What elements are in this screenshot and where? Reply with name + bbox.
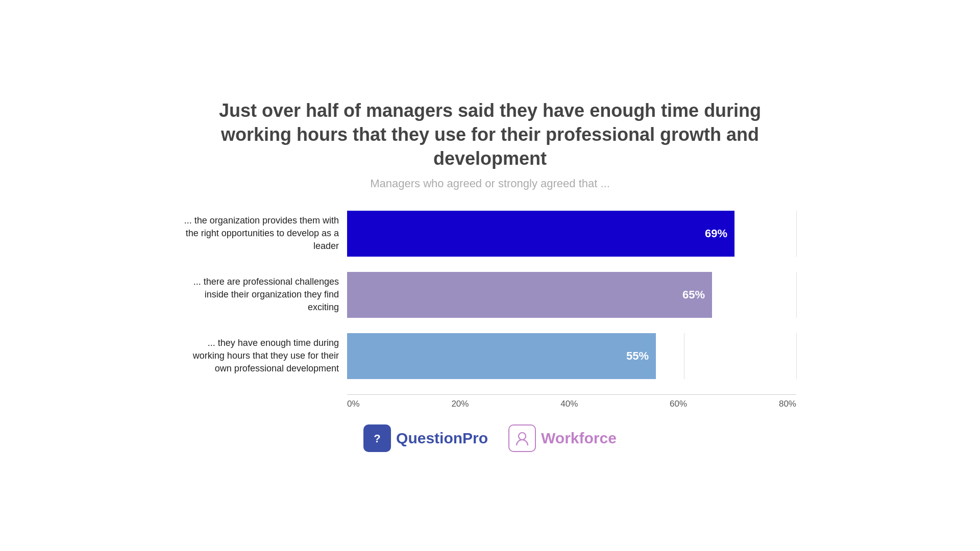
bar-row-3: ... they have enough time during working… — [184, 333, 796, 379]
bar-label-1: ... the organization provides them with … — [184, 214, 347, 253]
chart-body: ... the organization provides them with … — [184, 211, 796, 394]
bar-value-3: 55% — [626, 349, 656, 363]
main-container: Just over half of managers said they hav… — [133, 99, 847, 452]
bar-value-1: 69% — [705, 227, 734, 240]
bg-gridline-100-r2 — [796, 272, 797, 318]
bg-gridline-100-r3 — [796, 333, 797, 379]
workforce-text: Workforce — [541, 430, 617, 447]
bar-fill-1: 69% — [347, 211, 734, 257]
bar-fill-3: 55% — [347, 333, 656, 379]
bar-label-2: ... there are professional challenges in… — [184, 276, 347, 314]
x-tick-80: 80% — [779, 399, 796, 409]
x-tick-20: 20% — [451, 399, 469, 409]
bar-row-2: ... there are professional challenges in… — [184, 272, 796, 318]
svg-text:?: ? — [374, 432, 380, 445]
x-axis-ticks-container: 0% 20% 40% 60% 80% — [347, 394, 796, 409]
bar-value-2: 65% — [682, 288, 712, 302]
x-tick-0: 0% — [347, 399, 360, 409]
x-tick-60: 60% — [670, 399, 687, 409]
bar-row-1: ... the organization provides them with … — [184, 211, 796, 257]
bar-track-2: 65% — [347, 272, 796, 318]
questionpro-svg: ? — [369, 430, 386, 447]
chart-title: Just over half of managers said they hav… — [209, 99, 771, 170]
bar-fill-2: 65% — [347, 272, 712, 318]
bg-gridline-100-r1 — [796, 211, 797, 257]
x-axis: 0% 20% 40% 60% 80% — [347, 394, 796, 409]
workforce-svg — [513, 430, 531, 447]
bar-track-3: 55% — [347, 333, 796, 379]
questionpro-icon: ? — [363, 424, 391, 452]
bar-label-3: ... they have enough time during working… — [184, 337, 347, 375]
chart-area: ... the organization provides them with … — [184, 211, 796, 409]
workforce-icon — [508, 424, 536, 452]
bar-track-1: 69% — [347, 211, 796, 257]
axis-left-spacer — [184, 394, 347, 409]
bg-gridline-75-r3 — [684, 333, 684, 379]
workforce-logo: Workforce — [508, 424, 617, 452]
x-tick-40: 40% — [560, 399, 578, 409]
footer: ? QuestionPro Workforce — [363, 424, 617, 452]
questionpro-logo: ? QuestionPro — [363, 424, 488, 452]
questionpro-text: QuestionPro — [396, 430, 488, 447]
chart-subtitle: Managers who agreed or strongly agreed t… — [370, 177, 610, 190]
x-axis-area: 0% 20% 40% 60% 80% — [184, 394, 796, 409]
svg-point-2 — [519, 433, 526, 440]
